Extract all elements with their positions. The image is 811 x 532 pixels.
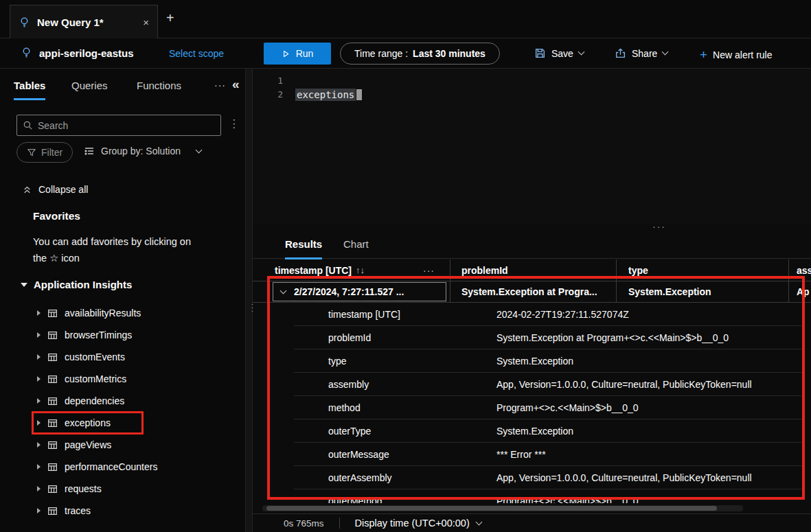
- save-button[interactable]: Save: [534, 47, 584, 59]
- detail-row[interactable]: outerMessage *** Error ***: [294, 443, 804, 466]
- sidebar-item-dependencies[interactable]: dependencies: [0, 390, 245, 412]
- sort-icon[interactable]: ↑↓: [356, 265, 365, 275]
- sidebar-item-label: customEvents: [65, 351, 125, 362]
- search-icon: [23, 120, 33, 130]
- sidebar-item-traces[interactable]: traces: [0, 500, 245, 522]
- query-text[interactable]: exceptions: [295, 88, 362, 102]
- select-scope-link[interactable]: Select scope: [169, 48, 224, 59]
- more-tabs-icon[interactable]: ···: [214, 80, 226, 91]
- column-separator[interactable]: [450, 259, 450, 281]
- sidebar-item-performanceCounters[interactable]: performanceCounters: [0, 456, 245, 478]
- results-splitter[interactable]: ···: [253, 224, 811, 232]
- detail-row[interactable]: assembly App, Version=1.0.0.0, Culture=n…: [294, 373, 804, 396]
- results-grid-header: timestamp [UTC] ↑↓ ··· problemId type as…: [253, 259, 811, 281]
- sidebar-item-label: traces: [65, 505, 91, 516]
- expand-caret-icon[interactable]: [37, 486, 41, 491]
- detail-row[interactable]: problemId System.Exception at Program+<>…: [294, 326, 804, 349]
- lightbulb-icon: [21, 47, 32, 58]
- sidebar-item-label: pageViews: [65, 439, 111, 450]
- filter-button[interactable]: Filter: [16, 142, 73, 163]
- detail-key: assembly: [328, 373, 369, 396]
- search-input[interactable]: [38, 120, 215, 131]
- search-box[interactable]: [16, 115, 221, 136]
- table-icon: [47, 330, 58, 340]
- sidebar-item-availabilityResults[interactable]: availabilityResults: [0, 302, 245, 324]
- expanded-triangle-icon: [21, 283, 27, 287]
- detail-row[interactable]: type System.Exception: [294, 349, 804, 373]
- sidebar-item-label: exceptions: [65, 417, 111, 428]
- save-icon: [534, 47, 546, 59]
- close-tab-icon[interactable]: ×: [143, 16, 149, 28]
- sidebar-item-customMetrics[interactable]: customMetrics: [0, 368, 245, 390]
- column-separator[interactable]: [788, 259, 789, 281]
- sidebar-item-browserTimings[interactable]: browserTimings: [0, 324, 245, 346]
- time-range-picker[interactable]: Time range : Last 30 minutes: [340, 43, 500, 65]
- funnel-icon: [27, 148, 36, 157]
- tab-tables[interactable]: Tables: [14, 80, 45, 100]
- detail-row[interactable]: outerMethod Program+<>c.<<Main>$>b__0_0: [294, 489, 804, 503]
- tab-queries[interactable]: Queries: [71, 80, 108, 91]
- sidebar-item-requests[interactable]: requests: [0, 478, 245, 500]
- timestamp-cell[interactable]: 2/27/2024, 7:27:11.527 ...: [273, 282, 446, 301]
- play-icon: [282, 49, 290, 58]
- chevron-down-icon[interactable]: [578, 49, 584, 56]
- sidebar-item-exceptions[interactable]: exceptions: [0, 412, 245, 434]
- chevron-down-icon[interactable]: [475, 518, 482, 525]
- tab-results[interactable]: Results: [285, 238, 322, 259]
- column-problemId[interactable]: problemId: [461, 265, 508, 276]
- grip-icon: ···: [652, 221, 666, 232]
- new-alert-rule-button[interactable]: + New alert rule: [700, 47, 772, 62]
- expand-caret-icon[interactable]: [37, 310, 41, 316]
- display-time-dropdown[interactable]: Display time (UTC+00:00): [339, 518, 481, 529]
- detail-row[interactable]: method Program+<>c.<<Main>$>b__0_0: [294, 396, 804, 419]
- expand-caret-icon[interactable]: [37, 376, 41, 382]
- new-alert-rule-label: New alert rule: [713, 49, 772, 60]
- tables-tree: availabilityResults browserTimings custo…: [0, 302, 245, 522]
- query-editor[interactable]: 1 2 exceptions: [253, 69, 811, 224]
- column-type[interactable]: type: [628, 265, 648, 276]
- search-options-kebab-icon[interactable]: ···: [229, 119, 240, 130]
- collapse-all-button[interactable]: Collapse all: [22, 184, 88, 195]
- group-by-dropdown[interactable]: Group by: Solution: [84, 146, 201, 157]
- result-row-expanded[interactable]: 2/27/2024, 7:27:11.527 ... System.Except…: [253, 281, 811, 303]
- column-separator[interactable]: [616, 259, 617, 281]
- sidebar-item-pageViews[interactable]: pageViews: [0, 434, 245, 456]
- detail-value: 2024-02-27T19:27:11.527074Z: [496, 303, 629, 326]
- favorites-hint-line1: You can add favorites by clicking on: [33, 236, 191, 247]
- expand-caret-icon[interactable]: [37, 442, 41, 448]
- collapse-row-chevron-icon[interactable]: [280, 287, 287, 294]
- horizontal-scrollbar[interactable]: [262, 505, 743, 511]
- column-assembly[interactable]: ass: [797, 265, 811, 276]
- table-icon: [47, 352, 58, 362]
- application-insights-label: Application Insights: [34, 279, 132, 290]
- expand-caret-icon[interactable]: [37, 332, 41, 338]
- expand-caret-icon[interactable]: [37, 354, 41, 360]
- chevron-down-icon[interactable]: [662, 49, 669, 56]
- column-options-icon[interactable]: ···: [423, 265, 435, 276]
- detail-key: problemId: [328, 326, 371, 349]
- collapse-sidebar-icon[interactable]: «: [232, 77, 240, 92]
- scrollbar-thumb[interactable]: [266, 506, 717, 511]
- save-label: Save: [551, 48, 573, 59]
- tab-new-query[interactable]: New Query 1* ×: [10, 5, 158, 39]
- tab-functions[interactable]: Functions: [137, 80, 181, 91]
- new-tab-button[interactable]: +: [166, 10, 174, 26]
- table-icon: [47, 418, 58, 428]
- detail-row[interactable]: timestamp [UTC] 2024-02-27T19:27:11.5270…: [294, 303, 804, 326]
- detail-row[interactable]: outerAssembly App, Version=1.0.0.0, Cult…: [294, 466, 804, 489]
- sidebar-item-customEvents[interactable]: customEvents: [0, 346, 245, 368]
- tab-chart[interactable]: Chart: [343, 238, 369, 250]
- expand-caret-icon[interactable]: [37, 420, 41, 426]
- chevron-down-icon[interactable]: [196, 146, 203, 153]
- expand-caret-icon[interactable]: [37, 398, 41, 404]
- run-button[interactable]: Run: [264, 43, 331, 65]
- detail-row[interactable]: outerType System.Exception: [294, 419, 804, 443]
- expand-caret-icon[interactable]: [37, 508, 41, 513]
- share-button[interactable]: Share: [615, 47, 667, 59]
- panel-resize-handle[interactable]: ···: [245, 69, 253, 532]
- column-timestamp[interactable]: timestamp [UTC]: [275, 265, 352, 276]
- scope-name: appi-serilog-eastus: [39, 47, 134, 59]
- application-insights-group[interactable]: Application Insights: [21, 279, 132, 290]
- filter-label: Filter: [41, 147, 62, 158]
- expand-caret-icon[interactable]: [37, 464, 41, 470]
